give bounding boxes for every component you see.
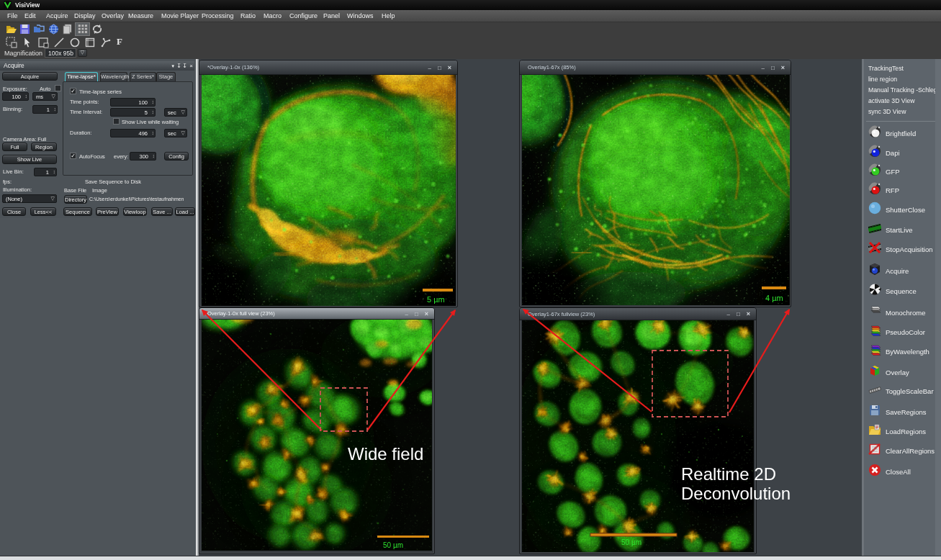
svg-text:50 µm: 50 µm bbox=[621, 538, 641, 546]
svg-text:50 µm: 50 µm bbox=[383, 541, 403, 549]
svg-text:5 µm: 5 µm bbox=[427, 295, 445, 304]
svg-text:4 µm: 4 µm bbox=[765, 294, 783, 302]
